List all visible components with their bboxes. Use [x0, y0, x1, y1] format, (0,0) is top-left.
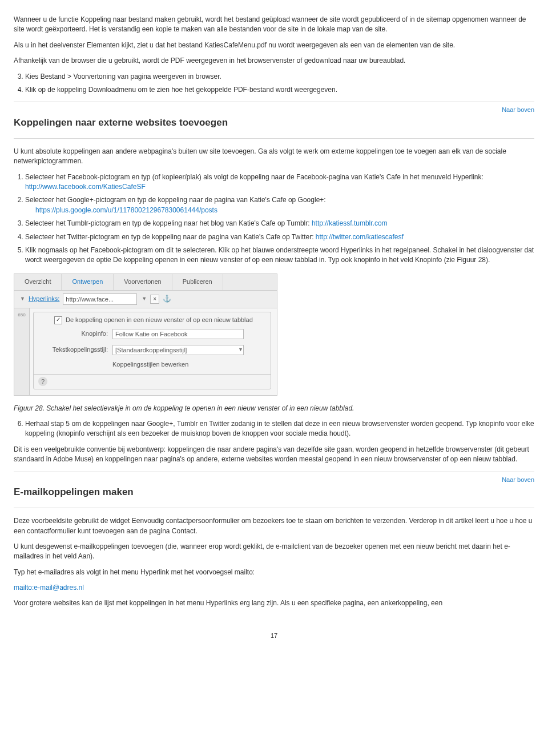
list-item: Selecteer het Facebook-pictogram en typ … [25, 172, 534, 192]
twitter-link[interactable]: http://twitter.com/katiescafesf [316, 233, 404, 241]
dropdown-arrow-icon[interactable]: ▼ [20, 295, 25, 303]
tab-design[interactable]: Ontwerpen [62, 274, 114, 290]
divider [14, 472, 534, 472]
page-number: 17 [14, 632, 534, 641]
divider [14, 138, 534, 139]
list-text: Selecteer het Facebook-pictogram en typ … [25, 173, 483, 181]
list-item: Selecteer het Tumblr-pictogram en typ de… [25, 219, 534, 228]
paragraph: U kunt desgewenst e-mailkoppelingen toev… [14, 542, 534, 562]
list-item: Klik nogmaals op het Facebook-pictogram … [25, 246, 534, 266]
hyperlinks-label[interactable]: Hyperlinks: [29, 295, 59, 304]
divider [14, 102, 534, 102]
tab-preview[interactable]: Voorvertonen [114, 274, 172, 290]
new-window-checkbox[interactable]: ✓ [54, 316, 62, 324]
paragraph: Afhankelijk van de browser die u gebruik… [14, 56, 534, 66]
dropdown-arrow-icon[interactable]: ▼ [238, 346, 243, 353]
tumblr-link[interactable]: http://katiessf.tumblr.com [312, 219, 388, 227]
help-icon[interactable]: ? [38, 377, 47, 386]
tab-overview[interactable]: Overzicht [14, 274, 62, 290]
paragraph: Deze voorbeeldsite gebruikt de widget Ee… [14, 516, 534, 536]
list-item: Klik op de koppeling Downloadmenu om te … [25, 85, 534, 95]
mailto-link[interactable]: mailto:e-mail@adres.nl [14, 584, 84, 592]
hyperlinks-input[interactable]: http://www.face... [63, 293, 137, 305]
tooltip-label: Knopinfo: [39, 329, 108, 339]
list-text: Selecteer het Tumblr-pictogram en typ de… [25, 219, 312, 227]
googleplus-link[interactable]: https://plus.google.com/u/1/117800212967… [35, 206, 217, 214]
to-top-link[interactable]: Naar boven [502, 106, 534, 113]
dropdown-arrow-icon[interactable]: ▼ [142, 295, 147, 303]
new-window-checkbox-label: De koppeling openen in een nieuw venster… [66, 316, 253, 325]
figure-28: Overzicht Ontwerpen Voorvertonen Publice… [14, 274, 277, 396]
list-text: Selecteer het Google+-pictogram en typ d… [25, 196, 326, 204]
list-text: Selecteer het Twitter-pictogram en typ d… [25, 233, 316, 241]
paragraph: U kunt absolute koppelingen aan andere w… [14, 147, 534, 167]
paragraph: Dit is een veelgebruikte conventie bij w… [14, 445, 534, 465]
list-item: Selecteer het Twitter-pictogram en typ d… [25, 232, 534, 242]
linkstyle-select[interactable]: [Standaardkoppelingsstijl] [112, 345, 244, 355]
ordered-list: Herhaal stap 5 om de koppelingen naar Go… [25, 419, 534, 439]
tooltip-input[interactable]: Follow Katie on Facebook [112, 329, 244, 339]
ordered-list: Selecteer het Facebook-pictogram en typ … [25, 172, 534, 266]
muse-tabs: Overzicht Ontwerpen Voorvertonen Publice… [14, 274, 277, 291]
section-heading-external-links: Koppelingen naar externe websites toevoe… [14, 116, 534, 130]
edit-link-styles[interactable]: Koppelingsstijlen bewerken [34, 358, 271, 374]
hyperlinks-bar: ▼ Hyperlinks: http://www.face... ▼ × ⚓ [14, 291, 277, 308]
section-heading-email-links: E-mailkoppelingen maken [14, 485, 534, 500]
facebook-link[interactable]: http://www.facebook.com/KatiesCafeSF [25, 183, 146, 191]
list-item: Kies Bestand > Voorvertoning van pagina … [25, 72, 534, 82]
list-item: Selecteer het Google+-pictogram en typ d… [25, 195, 534, 215]
paragraph: Voor grotere websites kan de lijst met k… [14, 598, 534, 608]
paragraph: Als u in het deelvenster Elementen kijkt… [14, 41, 534, 50]
figure-caption: Figuur 28. Schakel het selectievakje in … [14, 404, 534, 413]
anchor-icon[interactable]: ⚓ [163, 294, 171, 304]
ruler: 650 [14, 308, 30, 395]
hyperlink-options-panel: ✓ De koppeling openen in een nieuw venst… [33, 312, 271, 389]
paragraph: Typ het e-mailadres als volgt in het men… [14, 568, 534, 577]
ordered-list: Kies Bestand > Voorvertoning van pagina … [25, 72, 534, 95]
clear-link-button[interactable]: × [150, 295, 159, 304]
to-top-link[interactable]: Naar boven [502, 476, 534, 483]
divider [14, 508, 534, 508]
list-item: Herhaal stap 5 om de koppelingen naar Go… [25, 419, 534, 439]
linkstyle-label: Tekstkoppelingsstijl: [39, 345, 108, 355]
paragraph: Wanneer u de functie Koppeling naar best… [14, 15, 534, 35]
tab-publish[interactable]: Publiceren [172, 274, 223, 290]
